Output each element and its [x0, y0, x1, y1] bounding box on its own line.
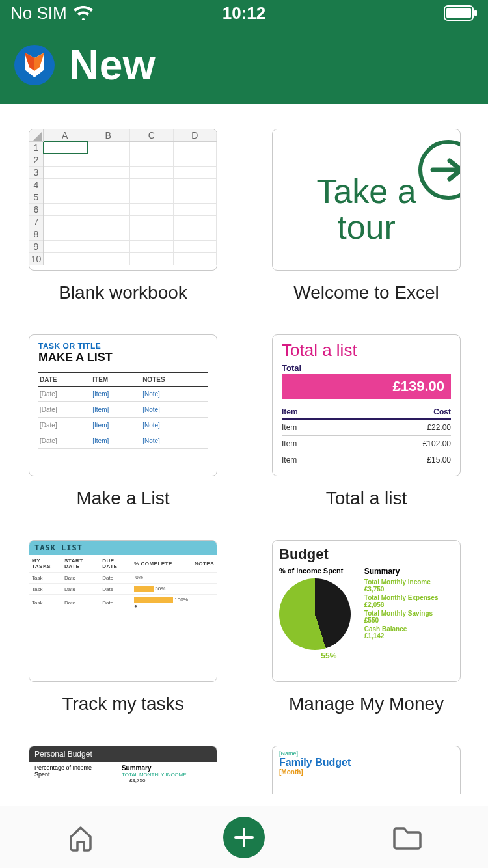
- svg-rect-2: [474, 10, 477, 16]
- template-blank-workbook[interactable]: ABCD 12345678910: [29, 129, 217, 303]
- template-grid-container: ABCD 12345678910: [0, 104, 488, 806]
- template-thumbnail: Take a tour: [272, 129, 461, 271]
- template-track-my-tasks[interactable]: TASK LIST MY TASKS START DATE DUE DATE %…: [29, 540, 217, 714]
- battery-icon: [444, 5, 478, 21]
- folder-icon: [391, 824, 424, 851]
- template-thumbnail: Personal Budget Percentage of Income Spe…: [29, 746, 217, 794]
- template-thumbnail: Budget % of Income Spent 55% Summary Tot…: [272, 540, 461, 682]
- template-label: Total a list: [326, 488, 407, 509]
- wifi-icon: [74, 6, 93, 20]
- template-total-a-list[interactable]: Total a list Total £139.00 ItemCost Item…: [272, 334, 461, 509]
- template-family-budget[interactable]: [Name] Family Budget [Month]: [272, 746, 461, 794]
- template-make-a-list[interactable]: TASK OR TITLE MAKE A LIST DATEITEMNOTES …: [29, 334, 217, 509]
- template-label: Make a List: [76, 488, 169, 509]
- app-header: New: [0, 26, 488, 104]
- plus-icon: [233, 826, 255, 848]
- page-title: New: [69, 41, 156, 89]
- pie-chart-icon: [279, 578, 351, 650]
- template-thumbnail: TASK LIST MY TASKS START DATE DUE DATE %…: [29, 540, 217, 682]
- tab-open[interactable]: [389, 819, 426, 856]
- template-label: Track my tasks: [62, 694, 183, 714]
- template-label: Blank workbook: [59, 282, 187, 303]
- arrow-right-circle-icon: [418, 140, 461, 200]
- template-label: Manage My Money: [289, 694, 444, 714]
- svg-rect-1: [446, 8, 471, 18]
- clock-label: 10:12: [223, 3, 266, 23]
- template-thumbnail: Total a list Total £139.00 ItemCost Item…: [272, 334, 461, 476]
- bottom-tab-bar: [0, 806, 488, 868]
- tour-text: Take a tour: [316, 174, 416, 245]
- tab-home[interactable]: [62, 819, 99, 856]
- template-personal-budget[interactable]: Personal Budget Percentage of Income Spe…: [29, 746, 217, 794]
- app-logo-icon: [14, 45, 55, 85]
- carrier-label: No SIM: [10, 3, 67, 23]
- template-thumbnail: [Name] Family Budget [Month]: [272, 746, 461, 794]
- status-bar: No SIM 10:12: [0, 0, 488, 26]
- template-thumbnail: ABCD 12345678910: [29, 129, 217, 271]
- template-label: Welcome to Excel: [293, 282, 439, 303]
- template-thumbnail: TASK OR TITLE MAKE A LIST DATEITEMNOTES …: [29, 334, 217, 476]
- template-welcome-to-excel[interactable]: Take a tour Welcome to Excel: [272, 129, 461, 303]
- template-manage-my-money[interactable]: Budget % of Income Spent 55% Summary Tot…: [272, 540, 461, 714]
- home-icon: [66, 822, 96, 852]
- new-button[interactable]: [223, 817, 265, 858]
